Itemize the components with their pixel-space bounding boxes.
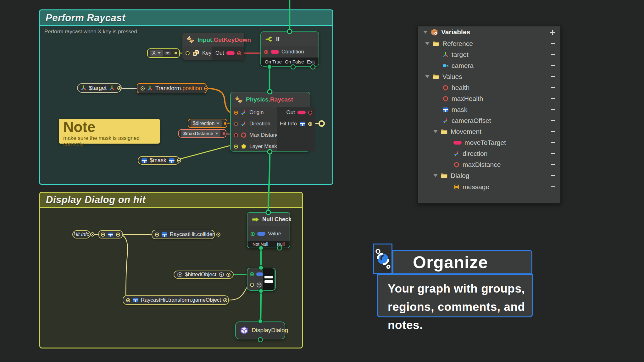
collapse-arrow-icon[interactable] [423,31,428,34]
output-port[interactable] [216,233,220,237]
remove-button[interactable]: − [551,106,555,113]
max-distance-port[interactable] [234,133,238,137]
variable-folder-dialog[interactable]: Dialog − [418,170,560,181]
origin-port[interactable] [234,111,238,115]
output-port[interactable] [116,233,120,237]
input-port[interactable] [141,86,145,90]
hit-info-port[interactable] [308,122,312,126]
node-title: Null Check [262,216,291,223]
keycode-select[interactable]: X [150,50,163,57]
input-port[interactable] [126,298,130,302]
keycode-mode-select[interactable] [164,52,171,55]
value-port[interactable] [175,52,177,54]
remove-button[interactable]: − [551,40,555,47]
remove-button[interactable]: − [551,139,555,146]
value-port[interactable] [223,132,225,135]
portal-pill-hit-info[interactable]: Hit Info [72,230,91,239]
remove-button[interactable]: − [551,84,555,91]
vector3-icon [241,121,247,127]
value-port[interactable] [226,273,230,277]
variable-pill-maxdistance[interactable]: $maxDistance [178,129,226,138]
group-perform-raycast-header[interactable]: Perform Raycast [40,10,332,26]
node-display-dialog[interactable]: DisplayDialog [235,321,285,339]
variable-row-mask[interactable]: mask − [418,104,560,115]
variable-pill-direction[interactable]: $direction [188,119,227,128]
variable-row-cameraoffset[interactable]: cameraOffset − [418,115,560,126]
value-port[interactable] [177,158,181,162]
exit-label: Exit [307,59,315,64]
node-equals[interactable] [247,268,276,291]
node-null-check[interactable]: Null Check Value Not Null Null [247,212,290,248]
value-port[interactable] [224,122,226,125]
variable-folder-movement[interactable]: Movement − [418,126,560,137]
value-port[interactable] [117,86,121,90]
layer-mask-port[interactable] [234,145,238,149]
collapse-arrow-icon[interactable] [433,130,438,133]
remove-button[interactable]: − [551,95,555,102]
collapse-arrow-icon[interactable] [425,42,430,45]
gameobject-cube-icon [256,282,262,288]
out-port[interactable] [308,111,312,115]
remove-button[interactable]: − [551,172,555,179]
variable-folder-reference[interactable]: Reference − [418,38,560,49]
variable-row-direction[interactable]: direction − [418,148,560,159]
node-title: If [276,36,280,42]
reroute-node[interactable] [98,230,123,239]
direction-port[interactable] [234,122,238,126]
variables-header-row[interactable]: Variables + [418,26,560,38]
input-a-port[interactable] [250,272,254,276]
graph-canvas[interactable]: Perform Raycast Perform raycast when X k… [0,0,644,362]
group-display-dialog-header[interactable]: Display Dialog on hit [40,193,302,208]
float-icon [241,132,247,138]
remove-button[interactable]: − [551,128,555,135]
variable-row-health[interactable]: health − [418,82,560,93]
value-port[interactable] [251,232,255,236]
variables-panel[interactable]: Variables + Reference − target − camera … [418,26,561,204]
folder-icon [441,172,448,179]
variable-pill-mask[interactable]: $mask [138,156,180,165]
float-icon [442,85,449,91]
node-transform-position[interactable]: Transform.position [137,83,207,93]
add-variable-button[interactable]: + [550,28,555,36]
variable-pill-target[interactable]: $target [77,83,122,93]
collapse-arrow-icon[interactable] [425,75,430,78]
variable-label: $target [89,85,107,91]
port-label: Key [202,50,211,56]
input-port[interactable] [155,233,159,237]
chevron-down-icon [215,133,218,134]
note-sticky[interactable]: Note make sure the mask is assigned corr… [59,119,160,144]
condition-port[interactable] [264,50,268,54]
variable-row-maxdistance[interactable]: maxDistance − [418,159,560,170]
key-input-port[interactable] [186,51,190,55]
node-title: RaycastHit.collider [170,231,214,238]
direction-select[interactable]: $direction [191,120,222,127]
out-port[interactable] [237,51,241,55]
output-port[interactable] [204,86,208,90]
port-label: Condition [281,49,304,55]
remove-button[interactable]: − [551,73,555,80]
remove-button[interactable]: − [551,51,555,58]
variable-folder-values[interactable]: Values − [418,71,560,82]
remove-button[interactable]: − [551,150,555,157]
remove-button[interactable]: − [551,117,555,124]
node-if[interactable]: If Condition On True On False Exit [260,31,319,67]
node-physics-raycast[interactable]: Physics.Raycast Origin Direction Max Dis… [230,92,310,152]
variable-row-message[interactable]: message − [418,181,560,192]
input-b-port[interactable] [250,283,254,287]
node-input-getkeydown[interactable]: Input.GetKeyDown Key Out [182,33,244,60]
remove-button[interactable]: − [551,161,555,168]
maxdistance-select[interactable]: $maxDistance [181,130,220,137]
keycode-dropdown-pill[interactable]: X [147,48,180,58]
node-raycasthit-gameobject[interactable]: RaycastHit.transform.gameObject [123,295,229,305]
collapse-arrow-icon[interactable] [433,174,438,177]
remove-button[interactable]: − [551,183,555,191]
node-raycasthit-collider[interactable]: RaycastHit.collider [152,230,215,239]
variable-row-target[interactable]: target − [418,49,560,60]
remove-button[interactable]: − [551,62,555,69]
variable-row-camera[interactable]: camera − [418,60,560,71]
output-port[interactable] [223,298,227,302]
variable-pill-hittedobject[interactable]: $hittedObject [174,271,234,279]
input-port[interactable] [101,233,105,237]
variable-row-maxhealth[interactable]: maxHealth − [418,93,560,104]
variable-row-movetotarget[interactable]: moveToTarget − [418,137,560,148]
